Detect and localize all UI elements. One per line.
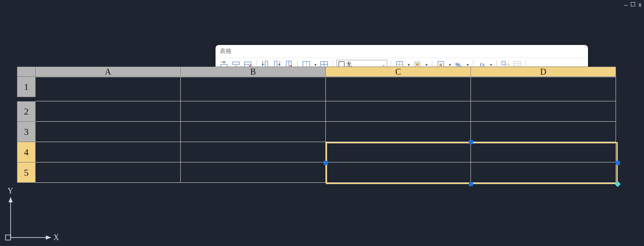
ucs-icon[interactable]: X Y [4,187,55,242]
cell-D2[interactable] [471,101,616,122]
selection-grip[interactable] [616,161,620,165]
cell-A1[interactable] [36,77,181,101]
ucs-x-label: X [53,233,59,242]
cell-D1[interactable] [471,77,616,101]
header-corner[interactable] [17,67,36,77]
cell-C3[interactable] [326,122,471,142]
selection-grip[interactable] [469,140,473,144]
cell-C4[interactable] [326,142,471,162]
selection-grip[interactable] [469,182,473,186]
column-header-C[interactable]: C [326,67,471,77]
table-row: 2 [17,101,616,122]
cell-C1[interactable] [326,77,471,101]
column-header-B[interactable]: B [181,67,326,77]
svg-rect-17 [416,63,419,66]
cell-D5[interactable] [471,162,616,183]
cell-A2[interactable] [36,101,181,122]
cell-D3[interactable] [471,122,616,142]
table-row: 5 [17,162,616,183]
row-header-3[interactable]: 3 [17,122,36,142]
cell-B5[interactable] [181,162,326,183]
cell-B4[interactable] [181,142,326,162]
row-header-5[interactable]: 5 [17,162,36,183]
cell-A5[interactable] [36,162,181,183]
cell-D4[interactable] [471,142,616,162]
cell-B2[interactable] [181,101,326,122]
minimize-button[interactable]: – [624,2,627,8]
svg-rect-1 [232,62,239,64]
ucs-y-label: Y [8,187,13,195]
column-header-D[interactable]: D [471,67,616,77]
window-controls: – x [624,2,641,8]
cell-B3[interactable] [181,122,326,142]
svg-marker-26 [46,235,51,240]
cell-A3[interactable] [36,122,181,142]
svg-marker-28 [8,197,13,202]
drawing-table[interactable]: A B C D 1 2 3 4 [17,67,616,183]
table-row: 4 [17,142,616,162]
svg-rect-29 [6,235,11,240]
cell-A4[interactable] [36,142,181,162]
selection-grip[interactable] [324,161,328,165]
row-header-2[interactable]: 2 [17,101,36,122]
maximize-button[interactable] [631,2,635,6]
column-headers: A B C D [17,67,616,77]
close-button[interactable]: x [638,2,641,8]
toolbar-title: 表格 [216,45,588,58]
table-row: 3 [17,122,616,142]
cell-B1[interactable] [181,77,326,101]
cell-C5[interactable] [326,162,471,183]
column-header-A[interactable]: A [36,67,181,77]
svg-rect-20 [502,62,505,65]
table-rows: 1 2 3 4 5 [17,77,616,183]
cell-C2[interactable] [326,101,471,122]
row-header-1[interactable]: 1 [17,77,36,97]
row-header-4[interactable]: 4 [17,142,36,162]
table-row: 1 [17,77,616,101]
